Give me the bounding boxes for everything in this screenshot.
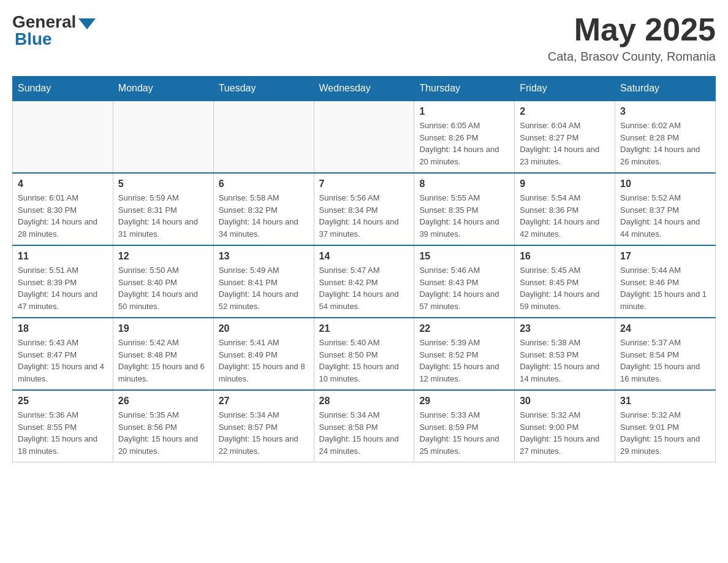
day-info: Sunrise: 5:54 AM Sunset: 8:36 PM Dayligh… [520, 192, 610, 240]
day-number: 23 [520, 323, 610, 334]
day-number: 6 [219, 178, 309, 190]
day-info: Sunrise: 6:02 AM Sunset: 8:28 PM Dayligh… [620, 120, 710, 167]
day-info: Sunrise: 5:59 AM Sunset: 8:31 PM Dayligh… [118, 192, 208, 240]
page-header: General Blue May 2025 Cata, Brasov Count… [12, 12, 716, 64]
table-cell: 22Sunrise: 5:39 AM Sunset: 8:52 PM Dayli… [414, 318, 515, 390]
calendar-table: Sunday Monday Tuesday Wednesday Thursday… [12, 76, 716, 462]
logo: General Blue [12, 12, 96, 49]
table-cell: 8Sunrise: 5:55 AM Sunset: 8:35 PM Daylig… [414, 173, 515, 245]
table-cell: 24Sunrise: 5:37 AM Sunset: 8:54 PM Dayli… [615, 318, 716, 390]
day-info: Sunrise: 6:01 AM Sunset: 8:30 PM Dayligh… [18, 192, 108, 240]
table-cell: 15Sunrise: 5:46 AM Sunset: 8:43 PM Dayli… [414, 245, 515, 318]
table-cell: 3Sunrise: 6:02 AM Sunset: 8:28 PM Daylig… [615, 101, 716, 173]
table-cell: 6Sunrise: 5:58 AM Sunset: 8:32 PM Daylig… [213, 173, 314, 245]
table-cell: 25Sunrise: 5:36 AM Sunset: 8:55 PM Dayli… [13, 390, 113, 462]
table-cell: 7Sunrise: 5:56 AM Sunset: 8:34 PM Daylig… [314, 173, 414, 245]
day-number: 27 [219, 396, 309, 407]
day-number: 1 [419, 106, 509, 117]
table-cell: 19Sunrise: 5:42 AM Sunset: 8:48 PM Dayli… [113, 318, 213, 390]
table-cell [314, 101, 414, 173]
table-cell: 10Sunrise: 5:52 AM Sunset: 8:37 PM Dayli… [615, 173, 716, 245]
table-cell: 16Sunrise: 5:45 AM Sunset: 8:45 PM Dayli… [515, 245, 615, 318]
day-number: 25 [18, 396, 108, 407]
day-info: Sunrise: 5:34 AM Sunset: 8:58 PM Dayligh… [319, 409, 409, 457]
title-section: May 2025 Cata, Brasov County, Romania [548, 12, 716, 64]
day-number: 2 [520, 106, 610, 117]
table-cell: 17Sunrise: 5:44 AM Sunset: 8:46 PM Dayli… [615, 245, 716, 318]
table-cell: 9Sunrise: 5:54 AM Sunset: 8:36 PM Daylig… [515, 173, 615, 245]
table-cell: 23Sunrise: 5:38 AM Sunset: 8:53 PM Dayli… [515, 318, 615, 390]
day-number: 9 [520, 178, 610, 190]
day-number: 22 [419, 323, 509, 334]
table-cell: 28Sunrise: 5:34 AM Sunset: 8:58 PM Dayli… [314, 390, 414, 462]
day-number: 10 [620, 178, 710, 190]
day-info: Sunrise: 5:44 AM Sunset: 8:46 PM Dayligh… [620, 264, 710, 312]
col-header-saturday: Saturday [615, 77, 716, 101]
day-info: Sunrise: 5:56 AM Sunset: 8:34 PM Dayligh… [319, 192, 409, 240]
day-info: Sunrise: 5:38 AM Sunset: 8:53 PM Dayligh… [520, 337, 610, 385]
day-number: 11 [18, 251, 108, 262]
day-number: 7 [319, 178, 409, 190]
day-number: 30 [520, 396, 610, 407]
table-cell: 2Sunrise: 6:04 AM Sunset: 8:27 PM Daylig… [515, 101, 615, 173]
table-cell: 31Sunrise: 5:32 AM Sunset: 9:01 PM Dayli… [615, 390, 716, 462]
col-header-sunday: Sunday [13, 77, 113, 101]
day-number: 8 [419, 178, 509, 190]
day-info: Sunrise: 5:41 AM Sunset: 8:49 PM Dayligh… [219, 337, 309, 385]
day-number: 16 [520, 251, 610, 262]
day-number: 15 [419, 251, 509, 262]
day-number: 29 [419, 396, 509, 407]
day-info: Sunrise: 5:51 AM Sunset: 8:39 PM Dayligh… [18, 264, 108, 312]
table-cell: 11Sunrise: 5:51 AM Sunset: 8:39 PM Dayli… [13, 245, 113, 318]
day-info: Sunrise: 5:40 AM Sunset: 8:50 PM Dayligh… [319, 337, 409, 385]
table-cell: 18Sunrise: 5:43 AM Sunset: 8:47 PM Dayli… [13, 318, 113, 390]
month-year-title: May 2025 [548, 12, 716, 47]
day-number: 31 [620, 396, 710, 407]
day-number: 28 [319, 396, 409, 407]
col-header-friday: Friday [515, 77, 615, 101]
calendar-header-row: Sunday Monday Tuesday Wednesday Thursday… [13, 77, 716, 101]
table-cell: 14Sunrise: 5:47 AM Sunset: 8:42 PM Dayli… [314, 245, 414, 318]
table-cell: 26Sunrise: 5:35 AM Sunset: 8:56 PM Dayli… [113, 390, 213, 462]
day-number: 4 [18, 178, 108, 190]
table-cell: 4Sunrise: 6:01 AM Sunset: 8:30 PM Daylig… [13, 173, 113, 245]
day-number: 20 [219, 323, 309, 334]
day-info: Sunrise: 5:45 AM Sunset: 8:45 PM Dayligh… [520, 264, 610, 312]
day-number: 12 [118, 251, 208, 262]
day-info: Sunrise: 5:46 AM Sunset: 8:43 PM Dayligh… [419, 264, 509, 312]
day-info: Sunrise: 5:50 AM Sunset: 8:40 PM Dayligh… [118, 264, 208, 312]
table-cell [213, 101, 314, 173]
logo-blue-text: Blue [13, 29, 52, 49]
table-cell: 20Sunrise: 5:41 AM Sunset: 8:49 PM Dayli… [213, 318, 314, 390]
day-info: Sunrise: 5:42 AM Sunset: 8:48 PM Dayligh… [118, 337, 208, 385]
day-info: Sunrise: 5:36 AM Sunset: 8:55 PM Dayligh… [18, 409, 108, 457]
day-info: Sunrise: 5:55 AM Sunset: 8:35 PM Dayligh… [419, 192, 509, 240]
week-row-2: 4Sunrise: 6:01 AM Sunset: 8:30 PM Daylig… [13, 173, 716, 245]
day-number: 18 [18, 323, 108, 334]
day-info: Sunrise: 5:39 AM Sunset: 8:52 PM Dayligh… [419, 337, 509, 385]
day-number: 19 [118, 323, 208, 334]
col-header-monday: Monday [113, 77, 213, 101]
week-row-5: 25Sunrise: 5:36 AM Sunset: 8:55 PM Dayli… [13, 390, 716, 462]
table-cell [113, 101, 213, 173]
day-info: Sunrise: 5:37 AM Sunset: 8:54 PM Dayligh… [620, 337, 710, 385]
day-number: 17 [620, 251, 710, 262]
day-info: Sunrise: 6:05 AM Sunset: 8:26 PM Dayligh… [419, 120, 509, 167]
day-info: Sunrise: 5:49 AM Sunset: 8:41 PM Dayligh… [219, 264, 309, 312]
col-header-tuesday: Tuesday [213, 77, 314, 101]
table-cell: 13Sunrise: 5:49 AM Sunset: 8:41 PM Dayli… [213, 245, 314, 318]
table-cell: 21Sunrise: 5:40 AM Sunset: 8:50 PM Dayli… [314, 318, 414, 390]
day-info: Sunrise: 5:58 AM Sunset: 8:32 PM Dayligh… [219, 192, 309, 240]
table-cell: 27Sunrise: 5:34 AM Sunset: 8:57 PM Dayli… [213, 390, 314, 462]
col-header-thursday: Thursday [414, 77, 515, 101]
week-row-1: 1Sunrise: 6:05 AM Sunset: 8:26 PM Daylig… [13, 101, 716, 173]
table-cell: 29Sunrise: 5:33 AM Sunset: 8:59 PM Dayli… [414, 390, 515, 462]
day-number: 3 [620, 106, 710, 117]
day-info: Sunrise: 5:43 AM Sunset: 8:47 PM Dayligh… [18, 337, 108, 385]
table-cell: 30Sunrise: 5:32 AM Sunset: 9:00 PM Dayli… [515, 390, 615, 462]
day-number: 26 [118, 396, 208, 407]
week-row-4: 18Sunrise: 5:43 AM Sunset: 8:47 PM Dayli… [13, 318, 716, 390]
table-cell [13, 101, 113, 173]
day-number: 14 [319, 251, 409, 262]
table-cell: 12Sunrise: 5:50 AM Sunset: 8:40 PM Dayli… [113, 245, 213, 318]
